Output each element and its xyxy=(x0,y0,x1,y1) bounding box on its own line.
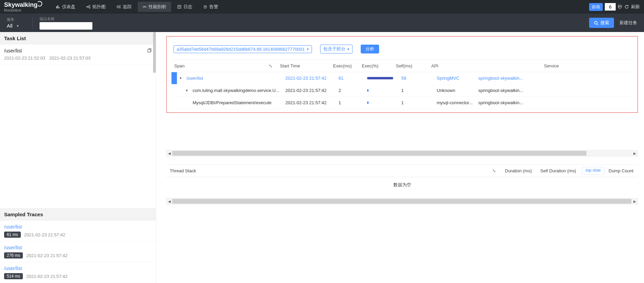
expand-collapse-icon[interactable]: ⤡ xyxy=(492,168,496,173)
col-span-label: Span xyxy=(174,63,184,68)
task-name: /user/list xyxy=(4,48,22,53)
svg-rect-9 xyxy=(148,49,150,52)
nav-topology[interactable]: 拓扑图 xyxy=(81,2,110,12)
horizontal-scrollbar[interactable]: ◀ ▶ xyxy=(166,150,638,156)
span-exec-pct xyxy=(364,74,399,83)
col-api-label: API xyxy=(429,60,470,72)
right-pane: a35abd7eb56d47b69a926d215dd6b674.66.1614… xyxy=(156,32,644,283)
expand-collapse-icon[interactable]: ⤡ xyxy=(269,63,272,68)
include-children-dropdown[interactable]: 包含子部分 ▾ xyxy=(320,45,353,53)
selection-indicator xyxy=(171,97,177,109)
refresh-seconds-input[interactable] xyxy=(605,3,616,11)
span-service: springboot-skywalkin... xyxy=(476,97,633,109)
span-name: com.tuling.mall.skywalkingdemo.service.U… xyxy=(193,88,279,93)
trace-item[interactable]: /user/list276 ms2021-02-23 21:57:42 xyxy=(0,241,156,262)
col-exec-label: Exec(ms) xyxy=(330,60,359,72)
svg-point-3 xyxy=(120,5,121,6)
col-execpct-label: Exec(%) xyxy=(359,60,393,72)
left-pane: Task List /user/list 2021-02-23 21:52:03… xyxy=(0,32,156,283)
nav-profile[interactable]: 性能剖析 xyxy=(138,2,171,12)
span-exec-ms: 61 xyxy=(336,72,364,84)
thread-stack-panel: Thread Stack ⤡ Duration (ms) Self Durati… xyxy=(166,164,638,198)
refresh-icon[interactable] xyxy=(624,4,629,9)
tree-caret-icon[interactable]: ▾ xyxy=(186,88,190,93)
scroll-left-icon[interactable]: ◀ xyxy=(167,152,172,155)
new-task-button[interactable]: 新建任务 xyxy=(619,20,637,26)
include-children-label: 包含子部分 xyxy=(323,46,345,52)
span-table-header: Span ⤡ Start Time Exec(ms) Exec(%) Self(… xyxy=(171,60,633,72)
span-name: Mysql/JDBI/PreparedStatement/execute xyxy=(193,100,271,105)
svg-point-4 xyxy=(117,6,118,7)
trace-item[interactable]: /user/list514 ms2021-02-23 21:57:42 xyxy=(0,262,156,283)
col-self-label: Self(ms) xyxy=(393,60,429,72)
trace-item[interactable]: /user/list61 ms2021-02-23 21:57:42 xyxy=(0,221,156,241)
trace-timestamp: 2021-02-23 21:57:42 xyxy=(26,253,68,258)
trace-icon xyxy=(117,5,121,9)
thread-stack-label: Thread Stack xyxy=(170,168,196,173)
endpoint-input[interactable] xyxy=(40,22,92,30)
nav-trace[interactable]: 追踪 xyxy=(112,2,136,12)
service-filter[interactable]: 服务 All ▾ xyxy=(7,17,19,29)
scroll-left-icon[interactable]: ◀ xyxy=(167,200,172,203)
scrollbar-thumb[interactable] xyxy=(172,199,631,204)
span-row[interactable]: Mysql/JDBI/PreparedStatement/execute2021… xyxy=(171,97,633,109)
scrollbar-thumb[interactable] xyxy=(153,32,156,73)
col-self-duration-label: Self Duration (ms) xyxy=(537,165,581,177)
span-self-ms: 1 xyxy=(399,84,434,96)
span-start-time: 2021-02-23 21:57:42 xyxy=(283,97,336,109)
main: Task List /user/list 2021-02-23 21:52:03… xyxy=(0,32,644,283)
col-duration-label: Duration (ms) xyxy=(501,165,537,177)
chevron-down-icon: ▾ xyxy=(17,23,19,28)
task-item[interactable]: /user/list 2021-02-23 21:52:03 2021-02-2… xyxy=(0,45,156,65)
span-api: Unknown xyxy=(434,84,476,96)
nav-log-label: 日志 xyxy=(183,4,192,10)
span-row[interactable]: ▾/user/list2021-02-23 21:57:426159Spring… xyxy=(171,72,633,84)
trace-id-dropdown[interactable]: a35abd7eb56d47b69a926d215dd6b674.66.1614… xyxy=(174,45,312,53)
trace-name: /user/list xyxy=(4,224,152,230)
auto-badge[interactable]: 自动 xyxy=(589,3,603,11)
nav-log[interactable]: 日志 xyxy=(173,2,197,12)
seconds-unit: 秒 xyxy=(618,4,622,10)
top-nav: Skywalking Rocketbot 仪表盘 拓扑图 追踪 性能剖析 日志 … xyxy=(0,0,644,14)
search-label: 搜索 xyxy=(600,20,609,26)
search-button[interactable]: 搜索 xyxy=(589,18,614,28)
service-value: All xyxy=(7,23,13,29)
span-exec-pct xyxy=(364,86,399,95)
span-start-time: 2021-02-23 21:57:42 xyxy=(283,72,336,84)
trace-name: /user/list xyxy=(4,245,152,250)
duration-badge: 514 ms xyxy=(4,273,23,279)
task-end-time: 2021-02-23 21:57:03 xyxy=(49,56,91,61)
nav-dashboard-label: 仪表盘 xyxy=(62,4,75,10)
logo: Skywalking Rocketbot xyxy=(4,2,38,12)
scrollbar-thumb[interactable] xyxy=(172,151,586,156)
span-api: SpringMVC xyxy=(434,72,476,84)
nav-alarm[interactable]: 告警 xyxy=(198,2,223,12)
analyze-button[interactable]: 分析 xyxy=(361,45,379,53)
span-table: Span ⤡ Start Time Exec(ms) Exec(%) Self(… xyxy=(171,60,633,109)
svg-rect-6 xyxy=(178,5,181,9)
horizontal-scrollbar[interactable]: ◀ ▶ xyxy=(166,198,638,204)
copy-icon[interactable] xyxy=(147,48,152,53)
span-name: /user/list xyxy=(186,76,203,81)
span-service: springboot-skywalkin... xyxy=(476,72,633,84)
nav-dashboard[interactable]: 仪表盘 xyxy=(51,2,80,12)
highlighted-span-panel: a35abd7eb56d47b69a926d215dd6b674.66.1614… xyxy=(166,36,638,113)
tree-caret-icon[interactable]: ▾ xyxy=(180,76,184,80)
refresh-label[interactable]: 刷新 xyxy=(631,4,640,10)
scroll-right-icon[interactable]: ▶ xyxy=(632,152,638,155)
nav-trace-label: 追踪 xyxy=(123,4,132,10)
duration-badge: 61 ms xyxy=(4,232,21,238)
profile-icon xyxy=(143,5,147,9)
scroll-right-icon[interactable]: ▶ xyxy=(632,200,638,203)
span-service: springboot-skywalkin... xyxy=(476,84,633,96)
span-exec-ms: 2 xyxy=(336,84,364,96)
top-slow-button[interactable]: top slow xyxy=(582,167,604,175)
span-row[interactable]: ▾com.tuling.mall.skywalkingdemo.service.… xyxy=(171,84,633,97)
sampled-traces-header: Sampled Traces xyxy=(0,208,156,221)
trace-id-value: a35abd7eb56d47b69a926d215dd6b674.66.1614… xyxy=(177,47,305,52)
dashboard-icon xyxy=(56,5,60,9)
svg-point-5 xyxy=(120,7,121,8)
service-label: 服务 xyxy=(7,17,19,22)
col-dump-count-label: Dump Count xyxy=(605,165,638,177)
thread-stack-empty: 数据为空 xyxy=(166,177,638,198)
